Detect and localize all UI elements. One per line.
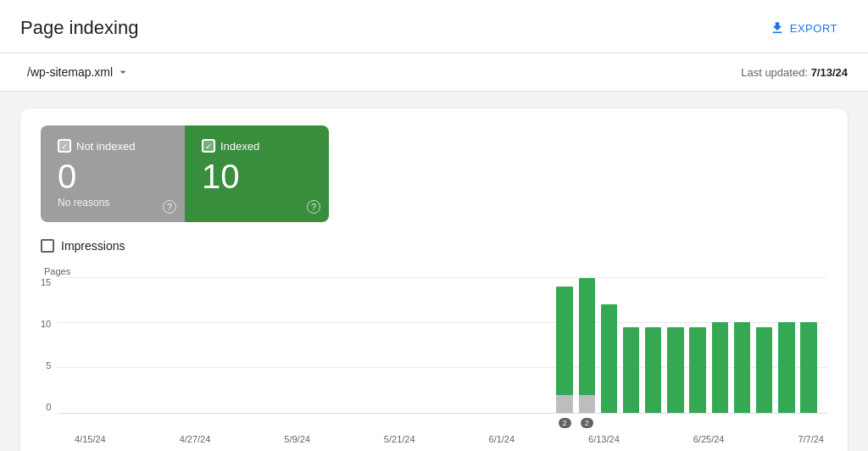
bar-green xyxy=(756,327,772,413)
bar-group xyxy=(732,278,752,413)
not-indexed-value: 0 xyxy=(58,159,164,193)
indexed-label: ✓ Indexed xyxy=(202,139,309,153)
bar-group xyxy=(399,278,420,413)
bar-group xyxy=(465,278,486,413)
sitemap-selector[interactable]: /wp-sitemap.xml xyxy=(20,62,136,82)
export-button[interactable]: EXPORT xyxy=(760,14,848,42)
toolbar: /wp-sitemap.xml Last updated: 7/13/24 xyxy=(0,53,868,92)
bar-group xyxy=(421,278,442,413)
indexed-check: ✓ xyxy=(202,139,215,153)
y-tick-0: 0 xyxy=(46,403,51,412)
bar-group xyxy=(332,278,353,413)
x-tick: 4/15/24 xyxy=(75,434,106,444)
indexed-help[interactable]: ? xyxy=(307,200,320,214)
y-tick-10: 10 xyxy=(41,320,51,329)
bar-green xyxy=(712,322,728,413)
bar-group xyxy=(177,278,198,413)
not-indexed-box: ✓ Not indexed 0 No reasons ? xyxy=(41,125,185,222)
bar-green xyxy=(623,327,639,413)
bar-group xyxy=(443,278,464,413)
y-tick-5: 5 xyxy=(46,361,51,370)
bar-group: 2 xyxy=(554,278,575,413)
chart-plot: 22 xyxy=(58,278,827,414)
indexed-box: ✓ Indexed 10 ? xyxy=(185,125,329,222)
bar-green xyxy=(645,327,661,413)
bar-group xyxy=(665,278,686,413)
not-indexed-sub: No reasons xyxy=(58,197,164,209)
bar-group xyxy=(776,278,797,413)
bar-group xyxy=(798,278,819,413)
page-header: Page indexing EXPORT xyxy=(0,0,868,53)
bar-group xyxy=(709,278,730,413)
bar-green xyxy=(734,322,750,413)
x-tick: 7/7/24 xyxy=(798,434,824,444)
bar-group xyxy=(532,278,553,413)
bar-badge: 2 xyxy=(559,418,571,428)
bar-group xyxy=(510,278,531,413)
impressions-row: Impressions xyxy=(41,239,827,253)
bar-badge: 2 xyxy=(581,418,593,428)
x-tick: 5/9/24 xyxy=(284,434,310,444)
bar-group xyxy=(66,278,86,413)
bar-group xyxy=(155,278,175,413)
y-tick-15: 15 xyxy=(41,278,51,287)
bar-group xyxy=(133,278,153,413)
bar-group xyxy=(310,278,331,413)
bar-group xyxy=(354,278,375,413)
bar-green xyxy=(556,287,572,395)
bar-green xyxy=(800,322,816,413)
bar-group xyxy=(754,278,775,413)
bar-gray xyxy=(556,395,572,413)
bar-group xyxy=(687,278,708,413)
bar-green xyxy=(601,304,617,413)
impressions-label: Impressions xyxy=(61,239,125,253)
bar-group xyxy=(111,278,131,413)
main-content: ✓ Not indexed 0 No reasons ? ✓ Indexed 1… xyxy=(0,92,868,451)
bar-group xyxy=(88,278,108,413)
stats-row: ✓ Not indexed 0 No reasons ? ✓ Indexed 1… xyxy=(41,125,329,222)
sitemap-value: /wp-sitemap.xml xyxy=(27,65,113,79)
bar-gray xyxy=(579,395,595,413)
bar-green xyxy=(689,327,705,413)
not-indexed-help[interactable]: ? xyxy=(163,200,176,214)
bar-group xyxy=(244,278,264,413)
not-indexed-label: ✓ Not indexed xyxy=(58,139,164,153)
x-tick: 6/25/24 xyxy=(693,434,725,444)
bar-group xyxy=(221,278,242,413)
bar-group xyxy=(598,278,619,413)
bar-group xyxy=(377,278,398,413)
x-tick: 6/13/24 xyxy=(588,434,620,444)
y-axis-label: Pages xyxy=(41,266,827,276)
x-tick: 5/21/24 xyxy=(384,434,415,444)
not-indexed-check: ✓ xyxy=(58,139,71,153)
impressions-checkbox[interactable] xyxy=(41,239,54,253)
bar-group xyxy=(621,278,642,413)
page-title: Page indexing xyxy=(20,17,138,39)
x-axis: 4/15/244/27/245/9/245/21/246/1/246/13/24… xyxy=(71,434,827,444)
card: ✓ Not indexed 0 No reasons ? ✓ Indexed 1… xyxy=(20,109,848,451)
chart-area: Pages 0 5 10 15 2 xyxy=(41,266,827,444)
bar-group xyxy=(643,278,664,413)
x-tick: 6/1/24 xyxy=(489,434,515,444)
y-axis: 0 5 10 15 xyxy=(41,278,51,414)
export-icon xyxy=(770,20,785,36)
bar-group: 2 xyxy=(576,278,597,413)
bar-green xyxy=(778,322,794,413)
bar-group xyxy=(288,278,309,413)
x-tick: 4/27/24 xyxy=(180,434,211,444)
bars-container: 22 xyxy=(58,278,827,413)
last-updated: Last updated: 7/13/24 xyxy=(741,66,848,79)
chevron-down-icon xyxy=(116,65,130,79)
bar-group xyxy=(266,278,287,413)
bar-group xyxy=(488,278,509,413)
bar-green xyxy=(667,327,683,413)
bar-group xyxy=(199,278,220,413)
bar-green xyxy=(579,278,595,395)
indexed-value: 10 xyxy=(202,159,309,193)
